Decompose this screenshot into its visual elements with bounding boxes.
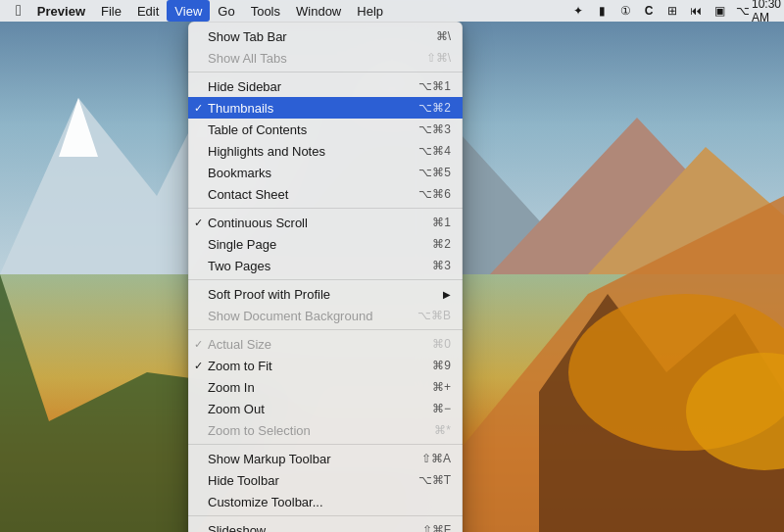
separator-5 [188, 444, 463, 445]
info-icon: ① [615, 0, 635, 22]
menu-item-soft-proof[interactable]: Soft Proof with Profile ▶ [188, 283, 463, 305]
c-icon: C [639, 0, 659, 22]
separator-4 [188, 329, 463, 330]
file-menu[interactable]: File [93, 0, 129, 22]
dropbox-icon: ✦ [568, 0, 588, 22]
menu-item-zoom-to-selection: Zoom to Selection ⌘* [188, 419, 463, 441]
menu-item-two-pages[interactable]: Two Pages ⌘3 [188, 255, 463, 276]
go-menu[interactable]: Go [210, 0, 242, 22]
edit-menu[interactable]: Edit [129, 0, 167, 22]
menu-item-zoom-out[interactable]: Zoom Out ⌘− [188, 398, 463, 419]
menu-item-zoom-in[interactable]: Zoom In ⌘+ [188, 376, 463, 398]
view-dropdown-menu: Show Tab Bar ⌘\ Show All Tabs ⇧⌘\ Hide S… [188, 22, 463, 532]
checkmark-icon: ✓ [194, 360, 203, 372]
menu-item-continuous-scroll[interactable]: ✓ Continuous Scroll ⌘1 [188, 212, 463, 233]
menubar-right: ✦ ▮ ① C ⊞ ⏮ ▣ ⌥ 10:30 AM [568, 0, 776, 22]
menu-item-table-of-contents[interactable]: Table of Contents ⌥⌘3 [188, 119, 463, 140]
window-menu[interactable]: Window [288, 0, 349, 22]
bluetooth-icon: ⌥ [733, 0, 753, 22]
checkmark-icon: ✓ [194, 217, 203, 229]
menu-item-customize-toolbar[interactable]: Customize Toolbar... [188, 491, 463, 512]
checkmark-icon: ✓ [194, 338, 203, 351]
menu-item-single-page[interactable]: Single Page ⌘2 [188, 233, 463, 255]
clock: 10:30 AM [757, 0, 776, 22]
menu-item-show-markup-toolbar[interactable]: Show Markup Toolbar ⇧⌘A [188, 448, 463, 469]
menu-item-slideshow[interactable]: Slideshow ⇧⌘F [188, 519, 463, 532]
separator-2 [188, 208, 463, 209]
apple-menu[interactable]:  [8, 0, 29, 22]
menu-item-show-tab-bar[interactable]: Show Tab Bar ⌘\ [188, 25, 463, 47]
menu-item-highlights-notes[interactable]: Highlights and Notes ⌥⌘4 [188, 140, 463, 162]
checkmark-icon: ✓ [194, 102, 203, 115]
menubar:  Preview File Edit View Go Tools Window… [0, 0, 784, 22]
menu-item-bookmarks[interactable]: Bookmarks ⌥⌘5 [188, 162, 463, 183]
menu-item-thumbnails[interactable]: ✓ Thumbnails ⌥⌘2 [188, 97, 463, 119]
separator-1 [188, 72, 463, 73]
menu-item-show-doc-bg: Show Document Background ⌥⌘B [188, 305, 463, 326]
view-menu[interactable]: View [167, 0, 210, 22]
tools-menu[interactable]: Tools [243, 0, 288, 22]
menu-item-zoom-to-fit[interactable]: ✓ Zoom to Fit ⌘9 [188, 355, 463, 376]
separator-6 [188, 515, 463, 516]
menubar-left:  Preview File Edit View Go Tools Window… [8, 0, 391, 22]
help-menu[interactable]: Help [349, 0, 391, 22]
app-name[interactable]: Preview [29, 0, 93, 22]
menu-item-show-all-tabs: Show All Tabs ⇧⌘\ [188, 47, 463, 69]
separator-3 [188, 279, 463, 280]
submenu-arrow-icon: ▶ [443, 289, 451, 300]
menu-item-contact-sheet[interactable]: Contact Sheet ⌥⌘6 [188, 183, 463, 205]
wifi-icon: ⊞ [662, 0, 682, 22]
menu-item-hide-sidebar[interactable]: Hide Sidebar ⌥⌘1 [188, 75, 463, 97]
monitor-icon: ▣ [710, 0, 729, 22]
battery-icon: ▮ [592, 0, 612, 22]
menu-item-hide-toolbar[interactable]: Hide Toolbar ⌥⌘T [188, 469, 463, 491]
menu-item-actual-size: ✓ Actual Size ⌘0 [188, 333, 463, 355]
rewind-icon: ⏮ [686, 0, 706, 22]
